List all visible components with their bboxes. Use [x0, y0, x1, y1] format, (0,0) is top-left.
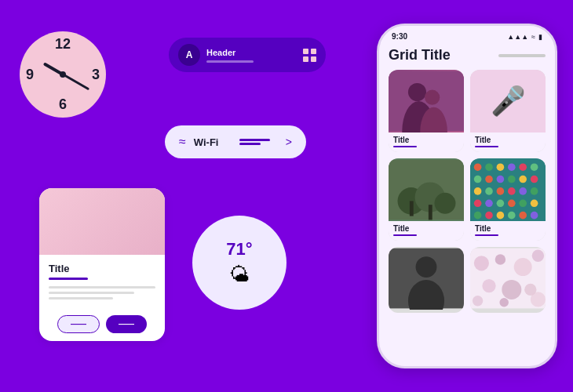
weather-temperature: 71° [226, 239, 252, 260]
svg-point-48 [514, 258, 532, 276]
svg-point-31 [485, 199, 493, 207]
grid-item-6[interactable] [470, 247, 546, 313]
svg-rect-10 [429, 205, 432, 220]
card-buttons-group: —— —— [39, 309, 165, 341]
grid-image-circles [470, 247, 546, 313]
clock-number-9: 9 [26, 67, 34, 83]
svg-point-49 [532, 250, 544, 262]
svg-point-26 [497, 187, 505, 195]
svg-point-14 [497, 163, 505, 171]
grid-item-2[interactable]: 🎤 Title [470, 70, 546, 152]
card-title-bar [49, 278, 88, 280]
card-button-outline[interactable]: —— [57, 315, 100, 333]
svg-point-25 [485, 187, 493, 195]
grid-item-2-title: Title [475, 136, 541, 144]
wifi-component[interactable]: ≈ Wi-Fi > [165, 125, 306, 158]
svg-point-46 [474, 256, 489, 270]
svg-point-8 [435, 193, 456, 214]
grid-item-3-bar [393, 234, 417, 236]
svg-point-43 [416, 256, 437, 278]
grid-image-dots [470, 158, 546, 221]
svg-point-4 [425, 90, 440, 105]
header-text-group: Header [206, 48, 297, 63]
grid-item-5[interactable] [389, 247, 464, 313]
svg-point-23 [531, 176, 538, 183]
svg-point-18 [474, 176, 482, 183]
svg-point-27 [508, 187, 516, 195]
grid-item-3[interactable]: Title [389, 158, 464, 241]
grid-item-1[interactable]: Title [389, 70, 464, 152]
svg-point-29 [531, 187, 538, 195]
svg-point-54 [499, 298, 509, 307]
phone-grid: Title 🎤 Title [389, 70, 546, 313]
clock-widget: 12 3 6 9 [20, 31, 106, 118]
card-image [39, 188, 165, 255]
card-component: Title —— —— [39, 188, 165, 341]
clock-number-6: 6 [59, 96, 67, 113]
phone-mockup: 9:30 ▲▲▲ ≈ ▮ Grid Title [377, 24, 557, 368]
header-dot-4 [311, 56, 316, 62]
svg-point-41 [531, 212, 538, 220]
svg-point-55 [531, 292, 546, 307]
svg-point-40 [519, 212, 527, 220]
grid-image-dark [389, 247, 464, 313]
svg-point-34 [519, 199, 527, 207]
svg-point-16 [519, 163, 527, 171]
svg-point-28 [519, 187, 527, 195]
svg-point-32 [497, 199, 505, 207]
card-description-lines [49, 286, 155, 299]
grid-item-4-label: Title [470, 221, 546, 241]
svg-point-13 [485, 163, 493, 171]
svg-point-51 [502, 280, 521, 299]
card-line-2 [49, 292, 134, 294]
phone-status-bar: 9:30 ▲▲▲ ≈ ▮ [379, 26, 555, 44]
svg-point-3 [408, 83, 426, 101]
header-subtitle-bar [206, 60, 254, 63]
svg-point-20 [497, 176, 505, 183]
phone-signal-icon: ▲▲▲ [507, 33, 528, 41]
header-avatar: A [178, 44, 200, 66]
svg-point-38 [497, 212, 505, 220]
header-dot-1 [303, 49, 308, 54]
grid-image-silhouette [389, 70, 464, 132]
header-dot-3 [303, 56, 308, 62]
svg-point-22 [519, 176, 527, 183]
grid-item-3-title: Title [393, 224, 459, 233]
weather-icon: 🌤 [229, 263, 250, 287]
svg-rect-9 [410, 201, 414, 216]
grid-item-3-label: Title [389, 221, 464, 241]
svg-point-24 [474, 187, 482, 195]
grid-item-1-bar [393, 146, 417, 147]
wifi-bar-2 [239, 143, 261, 145]
grid-item-1-label: Title [389, 132, 464, 152]
svg-point-19 [485, 176, 493, 183]
svg-point-37 [485, 212, 493, 220]
svg-point-12 [474, 163, 482, 171]
grid-item-4-bar [475, 234, 498, 236]
svg-point-30 [474, 199, 482, 207]
svg-point-47 [495, 254, 505, 264]
grid-item-4-title: Title [475, 224, 541, 233]
card-body: Title [39, 255, 165, 309]
grid-image-microphone: 🎤 [470, 70, 546, 132]
svg-point-36 [474, 212, 482, 220]
card-line-1 [49, 286, 155, 289]
weather-widget: 71° 🌤 [192, 216, 286, 310]
clock-minute-hand [62, 74, 89, 91]
svg-point-35 [531, 199, 538, 207]
svg-point-39 [508, 212, 516, 220]
wifi-chevron-icon: > [286, 136, 292, 148]
card-button-filled[interactable]: —— [106, 315, 147, 333]
header-title: Header [206, 48, 297, 57]
clock-center-dot [60, 71, 66, 78]
phone-status-icons: ▲▲▲ ≈ ▮ [507, 33, 542, 41]
phone-battery-icon: ▮ [538, 33, 542, 41]
svg-point-15 [508, 163, 516, 171]
phone-time: 9:30 [392, 32, 407, 41]
grid-item-4[interactable]: Title [470, 158, 546, 241]
wifi-signal-bars [239, 139, 278, 145]
svg-point-33 [508, 199, 516, 207]
card-title: Title [49, 263, 155, 274]
wifi-icon: ≈ [179, 135, 186, 149]
microphone-icon: 🎤 [491, 85, 526, 118]
